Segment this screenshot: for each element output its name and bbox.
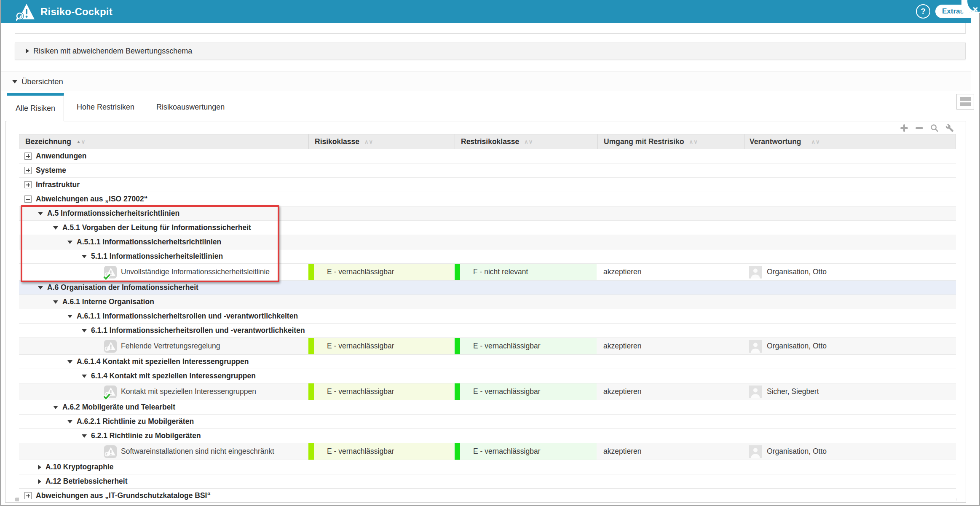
row-label: A.6.2 Mobilgeräte und Telearbeit bbox=[62, 403, 175, 412]
expanded-arrow-icon[interactable] bbox=[67, 315, 72, 318]
umgang-cell: akzeptieren bbox=[597, 443, 744, 460]
scrolled-panel-edge bbox=[15, 23, 966, 34]
row-label: Softwareinstallationen sind nicht einges… bbox=[121, 447, 274, 456]
search-icon[interactable] bbox=[930, 124, 939, 132]
row-label: A.5.1.1 Informationssicherheitsrichtlini… bbox=[77, 238, 221, 246]
risk-item-icon bbox=[104, 266, 117, 278]
table-row[interactable]: A.6.1.1 Informationssicherheitsrollen un… bbox=[19, 309, 956, 324]
table-row-selected[interactable]: A.6 Organisation der Infomationssicherhe… bbox=[19, 281, 956, 295]
section-label: Übersichten bbox=[21, 77, 63, 86]
layout-rows-icon bbox=[960, 97, 971, 101]
avatar-icon bbox=[749, 340, 762, 353]
table-row[interactable]: A.5.1 Vorgaben der Leitung für Informati… bbox=[19, 221, 956, 235]
expanded-arrow-icon[interactable] bbox=[67, 360, 72, 364]
row-label: Infrastruktur bbox=[36, 180, 80, 189]
risiko-cockpit-app: Risiko-Cockpit ? Extras Risiken mit abwe… bbox=[1, 0, 971, 504]
expanded-arrow-icon[interactable] bbox=[67, 420, 72, 423]
table-row[interactable]: 6.1.1 Informationssicherheitsrollen und … bbox=[19, 324, 956, 338]
app-window: Risiko-Cockpit ? Extras Risiken mit abwe… bbox=[0, 0, 980, 506]
column-header-verantwortung[interactable]: Verantwortung ∧∨ bbox=[744, 134, 956, 149]
accordion-risiken-abweichendes-bewertungsschema[interactable]: Risiken mit abweichendem Bewertungsschem… bbox=[15, 43, 966, 59]
table-row[interactable]: Infrastruktur bbox=[19, 178, 956, 192]
verantwortung-cell: Organisation, Otto bbox=[744, 264, 956, 280]
table-row[interactable]: Fehlende Vertretungsregelung E - vernach… bbox=[19, 338, 956, 355]
table-row[interactable]: A.5.1.1 Informationssicherheitsrichtlini… bbox=[19, 235, 956, 249]
column-header-risikoklasse[interactable]: Risikoklasse ∧∨ bbox=[309, 134, 455, 149]
risikoklasse-badge: E - vernachlässigbar bbox=[308, 443, 454, 460]
expanded-arrow-icon[interactable] bbox=[53, 226, 58, 230]
table-row[interactable]: A.12 Betriebssicherheit bbox=[19, 474, 956, 489]
section-uebersichten[interactable]: Übersichten bbox=[1, 72, 971, 91]
tab-alle-risiken[interactable]: Alle Risiken bbox=[7, 93, 64, 121]
collapsed-arrow-icon[interactable] bbox=[38, 465, 41, 470]
row-label: A.6.2.1 Richtlinie zu Mobilgeräten bbox=[77, 417, 194, 426]
help-button[interactable]: ? bbox=[916, 4, 930, 19]
table-row[interactable]: Kontakt mit speziellen Interessengruppen… bbox=[19, 383, 956, 400]
row-label: A.6.1.4 Kontakt mit speziellen Interesse… bbox=[77, 357, 249, 366]
collapsed-arrow-icon[interactable] bbox=[38, 479, 41, 484]
expanded-arrow-icon[interactable] bbox=[38, 286, 43, 289]
expanded-arrow-icon[interactable] bbox=[38, 212, 43, 215]
expand-plus-icon[interactable] bbox=[24, 167, 32, 174]
row-label: 6.2.1 Richtlinie zu Mobilgeräten bbox=[91, 431, 201, 440]
table-row[interactable]: Unvollständige Informationssicherheitsle… bbox=[19, 264, 956, 281]
tab-risikoauswertungen[interactable]: Risikoauswertungen bbox=[145, 93, 236, 121]
layout-rows-button[interactable] bbox=[956, 94, 974, 110]
expanded-arrow-icon[interactable] bbox=[53, 406, 58, 409]
avatar-icon bbox=[749, 266, 762, 278]
table-row[interactable]: Anwendungen bbox=[19, 149, 956, 163]
table-row[interactable]: 6.2.1 Richtlinie zu Mobilgeräten bbox=[19, 429, 956, 443]
table-row[interactable]: Abweichungen aus „IT-Grundschutzkataloge… bbox=[19, 489, 956, 502]
expand-plus-icon[interactable] bbox=[24, 181, 32, 188]
row-label: A.12 Betriebssicherheit bbox=[46, 477, 128, 486]
verantwortung-label: Organisation, Otto bbox=[767, 447, 827, 456]
table-row[interactable]: Softwareinstallationen sind nicht einges… bbox=[19, 443, 956, 460]
tab-hohe-restrisiken[interactable]: Hohe Restrisiken bbox=[66, 93, 145, 121]
restrisikoklasse-badge: E - vernachlässigbar bbox=[455, 383, 597, 400]
risikoklasse-badge: E - vernachlässigbar bbox=[308, 338, 454, 354]
table-body: Anwendungen Systeme Infrastruktur Abweic… bbox=[19, 149, 956, 502]
tab-bar: Alle Risiken Hohe Restrisiken Risikoausw… bbox=[7, 93, 236, 121]
column-header-bezeichnung[interactable]: Bezeichnung ▲∨ bbox=[19, 134, 309, 149]
table-row[interactable]: Abweichungen aus „ISO 27002“ bbox=[19, 192, 956, 206]
wrench-icon[interactable] bbox=[945, 124, 954, 132]
table-row[interactable]: A.10 Kryptographie bbox=[19, 460, 956, 474]
expand-plus-icon[interactable] bbox=[24, 153, 32, 160]
close-x-icon bbox=[972, 6, 979, 13]
table-row[interactable]: A.6.2.1 Richtlinie zu Mobilgeräten bbox=[19, 415, 956, 429]
risk-item-icon bbox=[104, 340, 117, 353]
expand-plus-icon[interactable] bbox=[24, 492, 32, 499]
risk-item-icon bbox=[104, 445, 117, 458]
row-label: A.6.1 Interne Organisation bbox=[62, 297, 154, 306]
collapsed-arrow-icon bbox=[26, 48, 29, 54]
extras-label: Extras bbox=[942, 7, 964, 16]
expanded-arrow-icon[interactable] bbox=[82, 255, 87, 258]
column-label: Verantwortung bbox=[750, 137, 801, 146]
collapse-minus-icon[interactable] bbox=[24, 195, 32, 203]
sort-icon: ∧∨ bbox=[364, 139, 373, 145]
expanded-arrow-icon[interactable] bbox=[82, 375, 87, 378]
sort-icon: ∧∨ bbox=[524, 139, 533, 145]
app-title: Risiko-Cockpit bbox=[40, 0, 112, 23]
umgang-cell: akzeptieren bbox=[597, 338, 744, 354]
restrisikoklasse-badge: E - vernachlässigbar bbox=[455, 338, 597, 354]
column-header-umgang[interactable]: Umgang mit Restrisiko ∧∨ bbox=[598, 134, 744, 149]
verantwortung-cell: Organisation, Otto bbox=[744, 338, 956, 354]
expanded-arrow-icon[interactable] bbox=[67, 241, 72, 244]
row-label: A.10 Kryptographie bbox=[46, 463, 113, 471]
table-row[interactable]: 5.1.1 Informationssicherheitsleitlinien bbox=[19, 249, 956, 264]
table-row[interactable]: A.5 Informationssicherheitsrichtlinien bbox=[19, 206, 956, 221]
column-header-restrisikoklasse[interactable]: Restrisikoklasse ∧∨ bbox=[455, 134, 598, 149]
add-icon[interactable] bbox=[900, 124, 908, 132]
expanded-arrow-icon[interactable] bbox=[82, 329, 87, 332]
table-row[interactable]: Systeme bbox=[19, 163, 956, 178]
app-header: Risiko-Cockpit ? Extras bbox=[1, 0, 971, 23]
remove-icon[interactable] bbox=[915, 124, 924, 132]
expanded-arrow-icon bbox=[12, 80, 17, 83]
table-row[interactable]: A.6.1 Interne Organisation bbox=[19, 295, 956, 309]
table-row[interactable]: 6.1.4 Kontakt mit speziellen Interesseng… bbox=[19, 369, 956, 383]
expanded-arrow-icon[interactable] bbox=[82, 434, 87, 438]
expanded-arrow-icon[interactable] bbox=[53, 300, 58, 304]
table-row[interactable]: A.6.1.4 Kontakt mit speziellen Interesse… bbox=[19, 355, 956, 369]
table-row[interactable]: A.6.2 Mobilgeräte und Telearbeit bbox=[19, 400, 956, 415]
